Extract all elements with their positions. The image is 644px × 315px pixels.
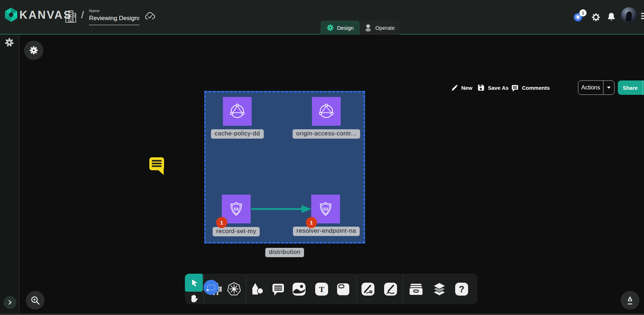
group-label-distribution[interactable]: distribution — [265, 248, 304, 257]
pencil-new-icon — [451, 84, 458, 91]
tab-operate-label: Operate — [375, 25, 395, 31]
comment-marker-icon — [149, 157, 165, 175]
tab-operate[interactable]: Operate — [360, 20, 400, 35]
comments-icon — [511, 84, 519, 92]
comments-label: Comments — [522, 85, 550, 91]
chevron-right-icon — [8, 300, 13, 305]
node-label-cache-policy[interactable]: cache-policy-dd — [211, 129, 264, 139]
tool-dock: T — [185, 274, 477, 304]
text-tool[interactable]: T — [314, 282, 329, 296]
comment-icon — [272, 282, 285, 296]
node-origin-access-control[interactable] — [312, 97, 341, 126]
image-tool[interactable] — [292, 282, 306, 296]
header-menu-icon[interactable] — [641, 13, 644, 19]
help-tool[interactable]: ? — [454, 282, 469, 296]
marquee-icon — [207, 285, 215, 290]
toolbar-divider — [356, 275, 357, 302]
node-label-resolver-endpoint[interactable]: resolver-endpoint-na — [293, 227, 360, 236]
node-label-record-set[interactable]: record-set-my — [213, 227, 260, 236]
actions-dropdown-button[interactable]: Actions — [578, 80, 615, 95]
layers-tool[interactable] — [432, 282, 447, 296]
group-select-handle[interactable] — [204, 280, 219, 295]
comments-button[interactable]: Comments — [511, 83, 550, 93]
flower-icon — [29, 46, 38, 55]
cloudfront-globe-icon — [317, 102, 335, 120]
new-label: New — [461, 85, 472, 91]
text-icon: T — [315, 282, 328, 296]
comment-tool[interactable] — [271, 282, 285, 296]
edge-record-set-to-resolver[interactable] — [251, 204, 312, 214]
svg-text:53: 53 — [323, 207, 328, 211]
route53-shield-icon: 53 — [317, 200, 335, 218]
svg-text:?: ? — [459, 284, 464, 294]
layers-icon — [432, 282, 447, 297]
toolbar-divider — [246, 275, 246, 302]
panel-icon — [336, 282, 350, 296]
pencil-sketch-icon — [384, 282, 397, 296]
toolbar-divider — [403, 275, 403, 302]
save-as-label: Save As — [488, 85, 509, 91]
node-label-origin-access-control[interactable]: origin-access-contr... — [293, 129, 360, 139]
share-button[interactable]: Share — [618, 80, 644, 95]
share-label: Share — [618, 85, 643, 91]
name-input[interactable] — [89, 14, 139, 25]
context-count-badge: 1 — [579, 9, 587, 17]
operator-icon — [364, 24, 372, 32]
svg-text:53: 53 — [234, 207, 239, 211]
save-as-button[interactable]: Save As — [477, 83, 509, 93]
pen-tool[interactable] — [361, 282, 375, 296]
settings-gear-icon[interactable] — [591, 12, 601, 22]
pen-nib-icon — [625, 295, 635, 305]
organization-icon[interactable] — [65, 10, 77, 23]
zoom-in-button[interactable] — [26, 291, 45, 310]
design-name-field: Name — [89, 9, 139, 25]
comment-marker[interactable] — [149, 157, 165, 175]
drawer-icon — [409, 282, 423, 296]
sketch-tool[interactable] — [383, 282, 398, 296]
actions-chevron[interactable] — [603, 81, 614, 94]
notifications-bell-icon[interactable] — [607, 12, 616, 22]
error-badge-resolver-endpoint[interactable]: 1 — [306, 217, 317, 228]
annotate-pen-button[interactable] — [621, 291, 639, 310]
select-tool[interactable] — [185, 274, 203, 292]
question-mark-icon: ? — [455, 282, 468, 296]
zoom-in-icon — [30, 295, 40, 305]
tab-design-label: Design — [337, 25, 354, 31]
pan-tool[interactable] — [185, 292, 203, 304]
new-button[interactable]: New — [451, 83, 472, 93]
shapes-icon — [251, 282, 264, 296]
header: KANVAS / Name — [0, 0, 644, 35]
panel-tool[interactable] — [336, 282, 350, 296]
user-avatar[interactable] — [621, 7, 637, 23]
actions-label: Actions — [578, 84, 603, 91]
error-badge-record-set[interactable]: 1 — [216, 217, 227, 228]
node-cache-policy[interactable] — [223, 97, 252, 126]
hand-icon — [189, 293, 199, 303]
copy-link-button[interactable] — [643, 80, 644, 95]
expand-sidebar-button[interactable] — [4, 296, 17, 309]
archive-tool[interactable] — [409, 282, 423, 296]
breadcrumb-separator: / — [81, 9, 84, 21]
save-icon — [477, 84, 485, 91]
cursor-icon — [190, 278, 198, 287]
name-field-label: Name — [89, 9, 139, 13]
kubernetes-helm-icon — [227, 282, 241, 296]
cloud-sync-icon[interactable] — [144, 11, 156, 21]
sidebar-swirl-icon[interactable] — [5, 38, 14, 47]
pen-path-icon — [361, 282, 375, 296]
shapes-tool[interactable] — [250, 282, 265, 296]
route53-shield-icon: 53 — [227, 200, 245, 218]
chevron-down-icon — [607, 86, 611, 89]
design-swirl-icon — [327, 24, 334, 31]
canvas-options-button[interactable] — [24, 41, 43, 60]
kubernetes-tool[interactable] — [227, 282, 241, 296]
tab-design[interactable]: Design — [321, 20, 360, 35]
left-sidebar — [0, 35, 19, 315]
cloudfront-globe-icon — [228, 102, 246, 120]
design-canvas[interactable]: New Save As Comments Actions — [19, 35, 644, 315]
window-edge — [0, 314, 644, 315]
brand-title: KANVAS — [19, 9, 72, 22]
kanvas-logo-icon[interactable] — [4, 7, 18, 22]
app-root: KANVAS / Name — [0, 0, 644, 315]
svg-text:T: T — [319, 285, 325, 294]
